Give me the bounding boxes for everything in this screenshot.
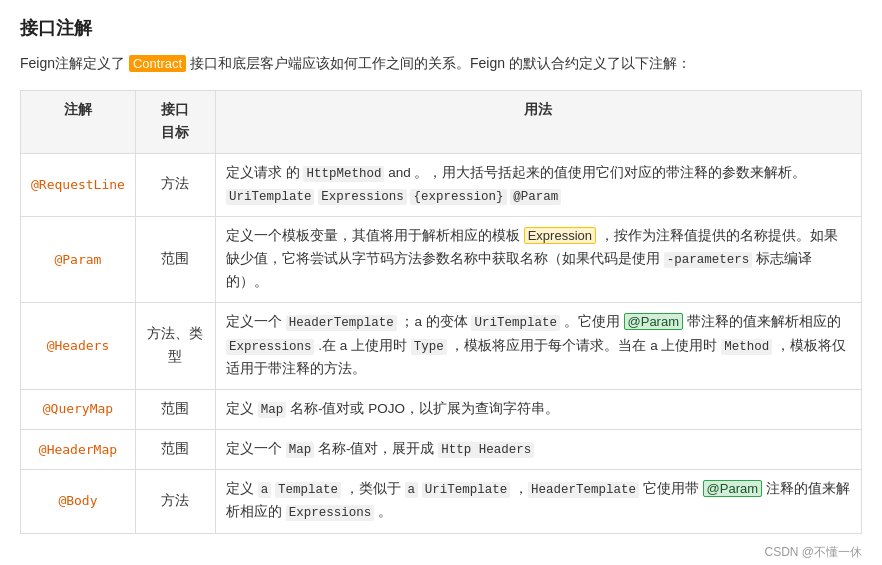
annotation-body: @Body <box>21 470 136 534</box>
annotation-headers: @Headers <box>21 303 136 389</box>
header-usage: 用法 <box>215 90 861 153</box>
usage-querymap: 定义 Map 名称-值对或 POJO，以扩展为查询字符串。 <box>215 389 861 429</box>
target-querymap: 范围 <box>135 389 215 429</box>
usage-headermap: 定义一个 Map 名称-值对，展开成 Http Headers <box>215 429 861 469</box>
usage-requestline: 定义请求 的 HttpMethod and 。，用大括号括起来的值使用它们对应的… <box>215 153 861 217</box>
target-body: 方法 <box>135 470 215 534</box>
table-row: @QueryMap 范围 定义 Map 名称-值对或 POJO，以扩展为查询字符… <box>21 389 862 429</box>
table-row: @RequestLine 方法 定义请求 的 HttpMethod and 。，… <box>21 153 862 217</box>
annotations-table: 注解 接口目标 用法 @RequestLine 方法 定义请求 的 HttpMe… <box>20 90 862 534</box>
table-row: @Body 方法 定义 a Template ，类似于 a UriTemplat… <box>21 470 862 534</box>
target-headermap: 范围 <box>135 429 215 469</box>
usage-headers: 定义一个 HeaderTemplate ；a 的变体 UriTemplate 。… <box>215 303 861 389</box>
intro-paragraph: Feign注解定义了 Contract 接口和底层客户端应该如何工作之间的关系。… <box>20 52 862 76</box>
table-row: @Headers 方法、类型 定义一个 HeaderTemplate ；a 的变… <box>21 303 862 389</box>
annotation-param: @Param <box>21 217 136 303</box>
intro-suffix: 接口和底层客户端应该如何工作之间的关系。Feign 的默认合约定义了以下注解： <box>190 55 691 71</box>
page-title: 接口注解 <box>20 16 862 40</box>
usage-body: 定义 a Template ，类似于 a UriTemplate ，Header… <box>215 470 861 534</box>
header-target: 接口目标 <box>135 90 215 153</box>
usage-param: 定义一个模板变量，其值将用于解析相应的模板 Expression ，按作为注释值… <box>215 217 861 303</box>
annotation-querymap: @QueryMap <box>21 389 136 429</box>
target-param: 范围 <box>135 217 215 303</box>
intro-prefix: Feign注解定义了 <box>20 55 125 71</box>
table-row: @Param 范围 定义一个模板变量，其值将用于解析相应的模板 Expressi… <box>21 217 862 303</box>
target-headers: 方法、类型 <box>135 303 215 389</box>
annotation-requestline: @RequestLine <box>21 153 136 217</box>
footer: CSDN @不懂一休 <box>20 544 862 561</box>
annotation-headermap: @HeaderMap <box>21 429 136 469</box>
target-requestline: 方法 <box>135 153 215 217</box>
header-annotation: 注解 <box>21 90 136 153</box>
intro-highlight: Contract <box>129 55 186 72</box>
table-header-row: 注解 接口目标 用法 <box>21 90 862 153</box>
table-row: @HeaderMap 范围 定义一个 Map 名称-值对，展开成 Http He… <box>21 429 862 469</box>
